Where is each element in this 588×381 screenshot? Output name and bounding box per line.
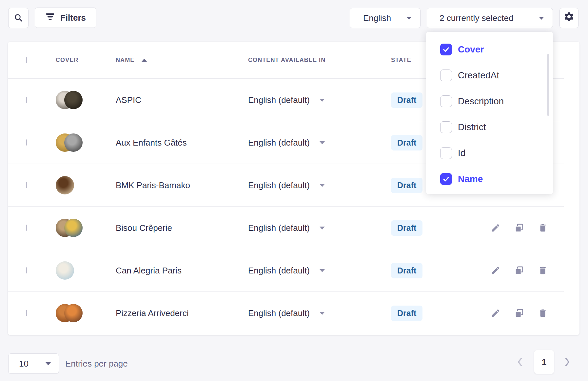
entry-name: Can Alegria Paris xyxy=(116,266,248,276)
entry-name: BMK Paris-Bamako xyxy=(116,180,248,190)
duplicate-icon xyxy=(514,266,524,275)
column-header-name[interactable]: NAME xyxy=(116,57,248,64)
row-checkbox[interactable] xyxy=(26,182,27,188)
cover-avatars xyxy=(56,176,116,194)
pencil-icon xyxy=(491,223,500,233)
row-checkbox[interactable] xyxy=(26,310,27,316)
cover-avatar-image xyxy=(64,219,83,237)
delete-button[interactable] xyxy=(536,307,549,320)
duplicate-icon xyxy=(514,223,524,233)
column-option-name[interactable]: Name xyxy=(426,166,553,192)
pencil-icon xyxy=(491,266,500,275)
delete-button[interactable] xyxy=(536,221,549,234)
entry-name: Bisou Crêperie xyxy=(116,223,248,233)
chevron-down-icon xyxy=(320,312,325,315)
duplicate-button[interactable] xyxy=(513,307,526,320)
cover-avatars xyxy=(56,133,116,152)
edit-button[interactable] xyxy=(489,307,502,320)
status-badge: Draft xyxy=(391,263,422,278)
row-checkbox[interactable] xyxy=(26,225,27,231)
next-page-button[interactable] xyxy=(560,355,575,369)
locale-cell[interactable]: English (default) xyxy=(248,180,391,190)
settings-button[interactable] xyxy=(559,8,578,28)
sort-ascending-icon xyxy=(142,59,147,62)
chevron-down-icon xyxy=(46,362,51,365)
checkbox-icon[interactable] xyxy=(440,121,452,133)
search-icon xyxy=(14,13,23,23)
column-header-content: CONTENT AVAILABLE IN xyxy=(248,57,391,64)
cover-avatar-image xyxy=(64,133,83,152)
select-all-checkbox[interactable] xyxy=(26,57,27,63)
status-badge: Draft xyxy=(391,92,422,108)
row-checkbox[interactable] xyxy=(26,139,27,146)
gear-icon xyxy=(563,11,575,25)
chevron-down-icon xyxy=(320,99,325,102)
cover-avatar-image xyxy=(56,261,74,280)
entry-name: Aux Enfants Gâtés xyxy=(116,138,248,148)
page-size-value: 10 xyxy=(19,359,29,369)
checkbox-checked-icon[interactable] xyxy=(440,44,452,55)
table-row[interactable]: Can Alegria Paris English (default) Draf… xyxy=(8,249,579,292)
column-settings-value: 2 currently selected xyxy=(440,13,513,23)
locale-cell[interactable]: English (default) xyxy=(248,223,391,233)
filters-button-label: Filters xyxy=(60,13,86,23)
table-row[interactable]: Bisou Crêperie English (default) Draft xyxy=(8,207,579,249)
chevron-down-icon xyxy=(320,184,325,187)
cover-avatars xyxy=(56,91,116,109)
table-row[interactable]: Pizzeria Arrivederci English (default) D… xyxy=(8,292,579,334)
locale-cell[interactable]: English (default) xyxy=(248,95,391,105)
column-settings-popover: Cover CreatedAt Description District Id … xyxy=(426,32,553,194)
trash-icon xyxy=(538,223,548,233)
column-option-id[interactable]: Id xyxy=(426,140,553,166)
cover-avatar-image xyxy=(64,304,83,322)
previous-page-button[interactable] xyxy=(513,355,527,369)
delete-button[interactable] xyxy=(536,264,549,277)
checkbox-icon[interactable] xyxy=(440,147,452,159)
filters-button[interactable]: Filters xyxy=(35,8,96,28)
status-badge: Draft xyxy=(391,220,422,236)
edit-button[interactable] xyxy=(489,221,502,234)
column-option-district[interactable]: District xyxy=(426,114,553,140)
edit-button[interactable] xyxy=(489,264,502,277)
locale-cell[interactable]: English (default) xyxy=(248,308,391,318)
locale-cell[interactable]: English (default) xyxy=(248,138,391,148)
duplicate-icon xyxy=(514,308,524,318)
checkbox-icon[interactable] xyxy=(440,70,452,81)
cover-avatar-image xyxy=(56,176,74,194)
column-settings-select[interactable]: 2 currently selected xyxy=(427,8,553,28)
locale-cell[interactable]: English (default) xyxy=(248,266,391,276)
chevron-down-icon xyxy=(320,227,325,230)
chevron-left-icon xyxy=(517,357,523,367)
chevron-down-icon xyxy=(320,141,325,144)
row-checkbox[interactable] xyxy=(26,267,27,273)
locale-select-value: English xyxy=(363,13,391,23)
popover-scrollbar[interactable] xyxy=(547,54,549,116)
row-checkbox[interactable] xyxy=(26,97,27,103)
status-badge: Draft xyxy=(391,135,422,150)
cover-avatar-image xyxy=(64,91,83,109)
column-option-description[interactable]: Description xyxy=(426,88,553,114)
page-size-select[interactable]: 10 xyxy=(8,353,59,374)
page-1-button[interactable]: 1 xyxy=(534,350,554,374)
duplicate-button[interactable] xyxy=(513,221,526,234)
trash-icon xyxy=(538,308,548,318)
trash-icon xyxy=(538,266,548,275)
status-badge: Draft xyxy=(391,178,422,193)
chevron-right-icon xyxy=(564,357,570,367)
search-button[interactable] xyxy=(8,8,29,28)
entry-name: ASPIC xyxy=(116,95,248,105)
checkbox-checked-icon[interactable] xyxy=(440,173,452,185)
chevron-down-icon xyxy=(320,269,325,272)
column-header-cover: COVER xyxy=(56,57,116,64)
chevron-down-icon xyxy=(406,17,412,20)
locale-select[interactable]: English xyxy=(350,8,421,28)
cover-avatars xyxy=(56,261,116,280)
status-badge: Draft xyxy=(391,306,422,321)
pencil-icon xyxy=(491,308,500,318)
cover-avatars xyxy=(56,304,116,322)
column-option-cover[interactable]: Cover xyxy=(426,36,553,62)
column-option-createdat[interactable]: CreatedAt xyxy=(426,62,553,88)
entry-name: Pizzeria Arrivederci xyxy=(116,308,248,318)
duplicate-button[interactable] xyxy=(513,264,526,277)
checkbox-icon[interactable] xyxy=(440,95,452,107)
